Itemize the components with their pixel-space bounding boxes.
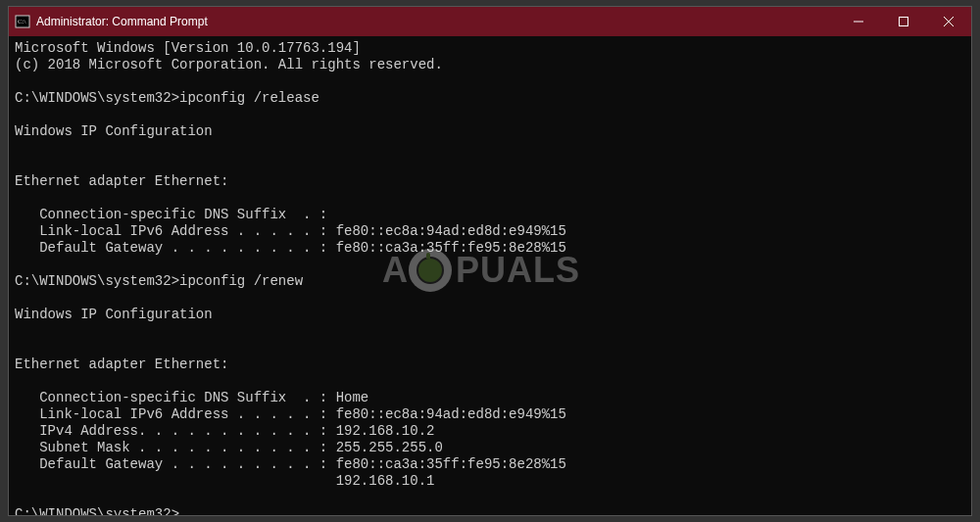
window-controls bbox=[836, 7, 971, 36]
cmd-icon: C:\ bbox=[15, 14, 30, 29]
svg-text:C:\: C:\ bbox=[18, 18, 26, 25]
window-title: Administrator: Command Prompt bbox=[36, 15, 208, 28]
svg-rect-3 bbox=[900, 18, 908, 26]
terminal-output: Microsoft Windows [Version 10.0.17763.19… bbox=[15, 40, 566, 489]
titlebar[interactable]: C:\ Administrator: Command Prompt bbox=[9, 7, 971, 36]
maximize-button[interactable] bbox=[881, 7, 926, 36]
cmd-window: C:\ Administrator: Command Prompt Micros… bbox=[8, 6, 972, 516]
minimize-button[interactable] bbox=[836, 7, 881, 36]
terminal-prompt: C:\WINDOWS\system32> bbox=[15, 506, 179, 515]
close-button[interactable] bbox=[926, 7, 971, 36]
terminal-area[interactable]: Microsoft Windows [Version 10.0.17763.19… bbox=[9, 36, 971, 515]
